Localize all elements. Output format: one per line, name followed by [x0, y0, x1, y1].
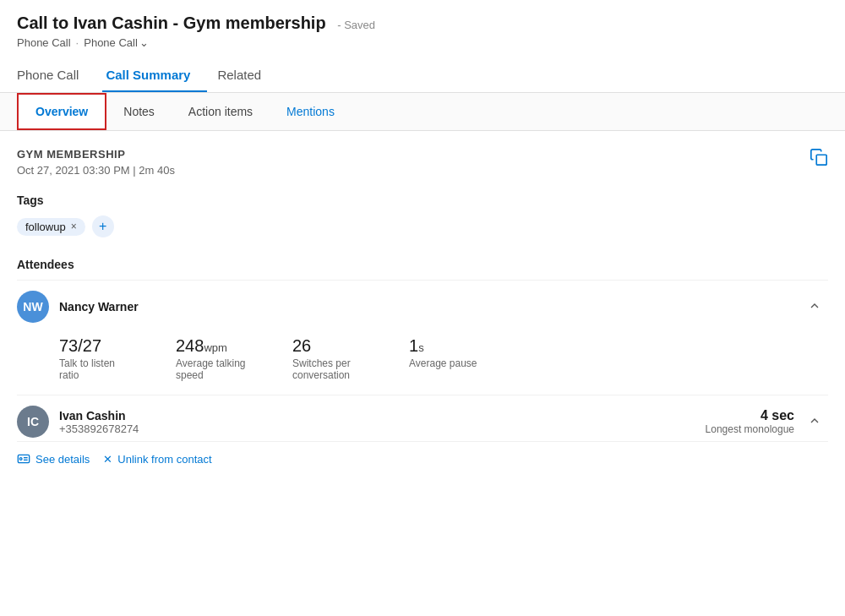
collapse-ivan-button[interactable]: [801, 411, 828, 433]
call-date: Oct 27, 2021 03:30 PM | 2m 40s: [17, 164, 828, 177]
monologue-stats: 4 sec Longest monologue: [427, 408, 794, 435]
stat-label: Average talking speed: [176, 357, 252, 381]
attendee-name-ivan: Ivan Cashin: [59, 409, 427, 422]
subtab-mentions[interactable]: Mentions: [270, 93, 352, 130]
tab-phone-call[interactable]: Phone Call: [17, 59, 95, 92]
copy-icon-wrap[interactable]: [810, 148, 828, 169]
attendee-info-ivan: Ivan Cashin +353892678274: [59, 409, 427, 435]
monologue-value: 4 sec: [760, 408, 794, 423]
saved-badge: - Saved: [337, 19, 375, 31]
stat-label: Switches per conversation: [292, 357, 368, 381]
details-icon: [17, 452, 30, 466]
tab-call-summary[interactable]: Call Summary: [102, 59, 207, 92]
footer-actions: See details ✕ Unlink from contact: [17, 441, 828, 469]
stat-switches: 26 Switches per conversation: [292, 336, 368, 381]
stat-pause: 1s Average pause: [409, 336, 477, 381]
monologue-label: Longest monologue: [706, 423, 794, 435]
subtab-action-items[interactable]: Action items: [172, 93, 270, 130]
title-text: Call to Ivan Cashin - Gym membership: [17, 14, 326, 32]
avatar-ic: IC: [17, 406, 49, 438]
content-area: Overview Notes Action items Mentions GYM…: [0, 93, 845, 486]
stat-talking-speed: 248wpm Average talking speed: [176, 336, 252, 381]
add-tag-button[interactable]: +: [92, 215, 114, 237]
subtab-notes[interactable]: Notes: [106, 93, 172, 130]
svg-rect-0: [816, 155, 826, 165]
sub-tabs: Overview Notes Action items Mentions: [0, 93, 845, 131]
unlink-icon: ✕: [103, 453, 112, 466]
collapse-nancy-button[interactable]: [801, 296, 828, 319]
tags-label: Tags: [17, 194, 828, 207]
stat-label: Talk to listen ratio: [59, 357, 135, 381]
page-title: Call to Ivan Cashin - Gym membership - S…: [17, 14, 828, 33]
attendee-phone-ivan: +353892678274: [59, 422, 427, 435]
avatar-nw: NW: [17, 291, 49, 323]
main-tabs: Phone Call Call Summary Related: [17, 59, 828, 92]
breadcrumb-dropdown[interactable]: Phone Call ⌄: [84, 36, 149, 49]
unlink-contact-link[interactable]: ✕ Unlink from contact: [103, 453, 211, 466]
stat-label: Average pause: [409, 357, 477, 369]
stat-value: 1s: [409, 336, 477, 356]
tag-chip-followup: followup ×: [17, 218, 85, 236]
breadcrumb-separator: ·: [76, 36, 79, 49]
attendees-section: Attendees NW Nancy Warner: [17, 258, 828, 469]
dropdown-icon: ⌄: [139, 36, 149, 49]
tags-row: followup × +: [17, 215, 828, 237]
attendee-info-nancy: Nancy Warner: [59, 300, 801, 313]
stat-value: 26: [292, 336, 368, 356]
attendees-label: Attendees: [17, 258, 828, 271]
chevron-up-icon: [808, 299, 821, 313]
stat-talk-listen: 73/27 Talk to listen ratio: [59, 336, 135, 381]
tag-remove-button[interactable]: ×: [71, 221, 77, 232]
attendee-name-nancy: Nancy Warner: [59, 300, 801, 313]
call-title: GYM MEMBERSHIP: [17, 148, 828, 161]
breadcrumb: Phone Call · Phone Call ⌄: [17, 36, 828, 49]
stat-value: 248wpm: [176, 336, 252, 356]
stat-value: 73/27: [59, 336, 135, 356]
breadcrumb-item1: Phone Call: [17, 36, 71, 49]
tab-related[interactable]: Related: [214, 59, 278, 92]
attendee-stats-nancy: 73/27 Talk to listen ratio 248wpm Averag…: [17, 326, 828, 395]
copy-icon: [810, 148, 828, 166]
header-area: Call to Ivan Cashin - Gym membership - S…: [0, 0, 845, 93]
overview-panel: GYM MEMBERSHIP Oct 27, 2021 03:30 PM | 2…: [0, 131, 845, 486]
breadcrumb-item2: Phone Call: [84, 36, 138, 49]
see-details-link[interactable]: See details: [17, 452, 90, 466]
subtab-overview[interactable]: Overview: [17, 93, 106, 130]
attendee-row-ivan: IC Ivan Cashin +353892678274 4 sec Longe…: [17, 395, 828, 441]
attendee-row-nancy: NW Nancy Warner: [17, 280, 828, 326]
svg-point-2: [19, 458, 22, 461]
tag-text: followup: [25, 221, 66, 233]
chevron-up-icon-ivan: [808, 414, 821, 428]
